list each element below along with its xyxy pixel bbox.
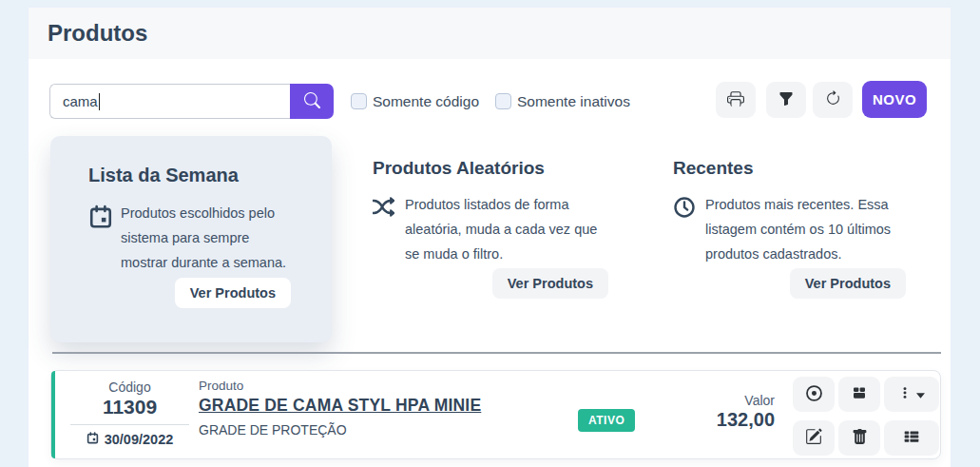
refresh-button[interactable] — [813, 82, 853, 118]
row-actions — [793, 377, 939, 456]
shuffle-icon — [373, 193, 405, 266]
search-icon — [304, 92, 320, 111]
target-button[interactable] — [793, 377, 835, 412]
filter-button[interactable] — [766, 82, 806, 118]
trash-icon — [852, 429, 868, 448]
week-list-view-button[interactable]: Ver Produtos — [175, 278, 291, 308]
calendar-small-icon — [86, 432, 99, 447]
product-name-link[interactable]: GRADE DE CAMA STYL HPA MINIE — [199, 396, 481, 416]
search-input-value: cama — [63, 93, 98, 109]
random-products-description: Produtos listados de forma aleatória, mu… — [405, 193, 605, 266]
clock-icon — [673, 193, 705, 266]
code-label: Código — [70, 379, 189, 395]
funnel-icon — [778, 91, 794, 109]
record-circle-icon — [805, 384, 823, 405]
recent-products-description: Produtos mais recentes. Essa listagem co… — [705, 193, 895, 266]
delete-button[interactable] — [838, 420, 880, 456]
only-code-label: Somente código — [373, 93, 479, 109]
main-content: Produtos cama Somente código Somente ina… — [29, 8, 951, 467]
search-button[interactable] — [290, 84, 334, 119]
search-input[interactable]: cama — [49, 84, 290, 119]
only-code-checkbox[interactable] — [351, 93, 367, 109]
product-description: GRADE DE PROTEÇÃO — [199, 422, 481, 438]
new-product-button[interactable]: NOVO — [862, 81, 927, 118]
random-products-title: Produtos Aleatórios — [373, 158, 608, 179]
product-date: 30/09/2022 — [105, 432, 174, 447]
random-products-view-button[interactable]: Ver Produtos — [492, 268, 608, 299]
week-list-title: Lista da Semana — [88, 165, 332, 186]
table-list-icon — [903, 428, 920, 448]
product-row: Código 11309 30/09/2022 Produto GRADE DE… — [50, 370, 941, 459]
edit-button[interactable] — [793, 420, 835, 456]
page-header: Produtos — [29, 8, 951, 59]
page-title: Produtos — [48, 20, 147, 47]
recent-products-title: Recentes — [673, 158, 906, 179]
week-list-description: Produtos escolhidos pelo sistema para se… — [121, 202, 294, 275]
caret-down-icon — [916, 387, 925, 401]
status-badge: ATIVO — [578, 409, 635, 432]
refresh-icon — [825, 90, 841, 109]
random-products-card: Produtos Aleatórios Produtos listados de… — [373, 158, 608, 266]
product-info: Produto GRADE DE CAMA STYL HPA MINIE GRA… — [199, 379, 481, 438]
three-dots-vertical-icon — [898, 385, 912, 403]
code-value: 11309 — [70, 396, 189, 418]
recent-products-card: Recentes Produtos mais recentes. Essa li… — [673, 158, 906, 266]
section-divider — [52, 352, 941, 354]
calendar-icon — [88, 202, 121, 275]
product-label: Produto — [199, 379, 481, 393]
boxes-icon — [851, 384, 868, 404]
details-button[interactable] — [884, 420, 939, 456]
value-amount: 132,00 — [660, 409, 775, 431]
only-inactive-label: Somente inativos — [517, 93, 630, 109]
print-button[interactable] — [716, 82, 756, 118]
row-status-bar — [51, 371, 55, 458]
stock-button[interactable] — [838, 377, 880, 412]
week-list-card: Lista da Semana Produtos escolhidos pelo… — [50, 136, 332, 342]
edit-icon — [805, 428, 822, 448]
only-inactive-checkbox[interactable] — [495, 93, 511, 109]
more-options-button[interactable] — [884, 377, 939, 412]
value-block: Valor 132,00 — [660, 393, 775, 431]
recent-products-view-button[interactable]: Ver Produtos — [790, 268, 906, 299]
value-label: Valor — [660, 393, 775, 408]
printer-icon — [727, 90, 744, 110]
code-block: Código 11309 30/09/2022 — [70, 379, 189, 447]
code-divider — [70, 424, 189, 425]
text-cursor — [99, 93, 101, 110]
